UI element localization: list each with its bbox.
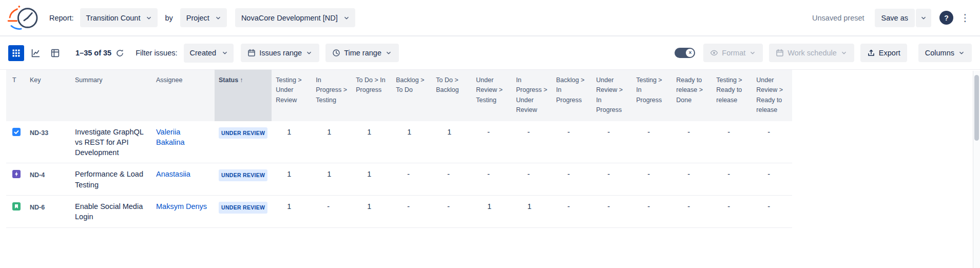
transition-count-cell: - (552, 163, 592, 196)
time-range-button[interactable]: Time range (325, 44, 399, 62)
transition-column-header[interactable]: Backlog > In Progress (552, 70, 592, 121)
assignee-cell: Anastasiia (152, 163, 215, 196)
save-as-button[interactable]: Save as (875, 9, 915, 27)
refresh-button[interactable] (116, 49, 124, 58)
transition-count-cell: 1 (272, 163, 312, 196)
refresh-icon (116, 49, 124, 58)
task-type-icon[interactable] (12, 128, 21, 136)
filter-field-value: Created (190, 49, 217, 57)
column-header-status[interactable]: Status↑ (215, 70, 272, 121)
transition-column-header[interactable]: Under Review > Ready to release (752, 70, 792, 121)
empty-columns-toggle[interactable]: × (675, 48, 695, 58)
save-as-dropdown-button[interactable] (916, 9, 931, 27)
chevron-down-icon (920, 14, 927, 22)
report-type-select[interactable]: Transition Count (80, 8, 158, 27)
eye-icon (710, 49, 718, 57)
transition-count-cell: - (592, 121, 632, 163)
status-badge: UNDER REVIEW (219, 127, 267, 139)
transition-column-header[interactable]: Testing > Under Review (272, 70, 312, 121)
chevron-down-icon (221, 49, 228, 56)
transition-column-header[interactable]: In Progress > Under Review (512, 70, 552, 121)
grid-view-button[interactable] (8, 45, 24, 61)
vertical-scrollbar[interactable] (973, 71, 980, 268)
project-select[interactable]: NovaCore Development [ND] (235, 8, 355, 27)
story-type-icon[interactable] (12, 202, 21, 210)
column-header-type[interactable]: T (6, 70, 26, 121)
chevron-down-icon (305, 49, 313, 56)
time-range-label: Time range (344, 49, 381, 57)
work-schedule-button[interactable]: Work schedule (769, 44, 854, 62)
transition-count-cell: - (712, 163, 752, 196)
transition-column-header[interactable]: Under Review > Testing (472, 70, 512, 121)
transition-count-cell: 1 (312, 163, 352, 196)
assignee-link[interactable]: Anastasiia (156, 170, 190, 178)
status-cell: UNDER REVIEW (215, 121, 272, 163)
transition-count-cell: - (752, 121, 792, 163)
issue-key[interactable]: ND-4 (26, 163, 71, 196)
columns-button[interactable]: Columns (918, 44, 972, 62)
grid-icon (12, 49, 20, 57)
pivot-table-icon (50, 48, 60, 58)
kebab-menu-icon: ⋮ (960, 12, 970, 23)
column-header-assignee[interactable]: Assignee (152, 70, 215, 121)
issue-key[interactable]: ND-6 (26, 195, 71, 227)
table-body: ND-33Investigate GraphQL vs REST for API… (6, 121, 792, 228)
issue-row: ND-6Enable Social Media LoginMaksym Deny… (6, 195, 792, 227)
status-cell: UNDER REVIEW (215, 195, 272, 227)
transition-count-cell: 1 (352, 163, 392, 196)
transition-column-header[interactable]: Backlog > To Do (392, 70, 432, 121)
transition-column-header[interactable]: Testing > Ready to release (712, 70, 752, 121)
chevron-down-icon (145, 14, 152, 22)
chevron-down-icon (749, 49, 756, 56)
help-button[interactable]: ? (939, 11, 953, 25)
chevron-down-icon (958, 49, 965, 56)
transition-count-cell: - (632, 121, 672, 163)
chart-view-button[interactable] (28, 45, 44, 61)
issue-type-cell (6, 163, 26, 196)
sort-ascending-icon: ↑ (240, 76, 243, 84)
more-options-button[interactable]: ⋮ (959, 13, 971, 23)
transition-count-cell: 1 (512, 195, 552, 227)
toggle-cross-icon: × (686, 49, 694, 57)
transition-count-cell: - (752, 195, 792, 227)
transition-column-header[interactable]: Ready to release > Done (672, 70, 712, 121)
group-by-select[interactable]: Project (180, 8, 227, 27)
transition-count-cell: - (712, 195, 752, 227)
transition-column-header[interactable]: Under Review > In Progress (592, 70, 632, 121)
issue-summary[interactable]: Investigate GraphQL vs REST for API Deve… (71, 121, 152, 163)
chevron-down-icon (343, 14, 350, 22)
issue-key[interactable]: ND-33 (26, 121, 71, 163)
column-header-summary[interactable]: Summary (71, 70, 152, 121)
export-button[interactable]: Export (860, 44, 907, 62)
app-window: Report: Transition Count by Project Nova… (0, 0, 980, 268)
time-range-icon (332, 49, 340, 57)
app-logo-icon (7, 5, 40, 31)
transition-column-header[interactable]: To Do > Backlog (432, 70, 472, 121)
bolt-type-icon[interactable] (12, 170, 21, 178)
transition-count-cell: - (392, 163, 432, 196)
top-bar: Report: Transition Count by Project Nova… (0, 0, 980, 36)
transition-column-header[interactable]: To Do > In Progress (352, 70, 392, 121)
view-switcher (8, 45, 63, 61)
issue-type-cell (6, 195, 26, 227)
group-by-value: Project (186, 14, 209, 22)
issue-summary[interactable]: Enable Social Media Login (71, 195, 152, 227)
pivot-view-button[interactable] (47, 45, 63, 61)
format-button[interactable]: Format (703, 44, 763, 62)
column-header-key[interactable]: Key (26, 70, 71, 121)
transition-column-header[interactable]: Testing > In Progress (632, 70, 672, 121)
assignee-link[interactable]: Maksym Denys (156, 202, 207, 210)
issues-range-button[interactable]: Issues range (241, 44, 319, 62)
transition-count-cell: - (312, 195, 352, 227)
transition-count-cell: - (432, 195, 472, 227)
format-label: Format (722, 49, 745, 57)
transition-column-header[interactable]: In Progress > Testing (312, 70, 352, 121)
issue-row: ND-4Performance & Load TestingAnastasiia… (6, 163, 792, 196)
chevron-down-icon (385, 49, 392, 56)
report-table-area: T Key Summary Assignee Status↑ Testing >… (0, 70, 980, 228)
scrollbar-thumb[interactable] (974, 75, 979, 141)
filter-field-select[interactable]: Created (184, 44, 234, 63)
issues-range-label: Issues range (259, 49, 302, 57)
issue-summary[interactable]: Performance & Load Testing (71, 163, 152, 196)
assignee-link[interactable]: Valeriia Bakalina (156, 128, 185, 146)
